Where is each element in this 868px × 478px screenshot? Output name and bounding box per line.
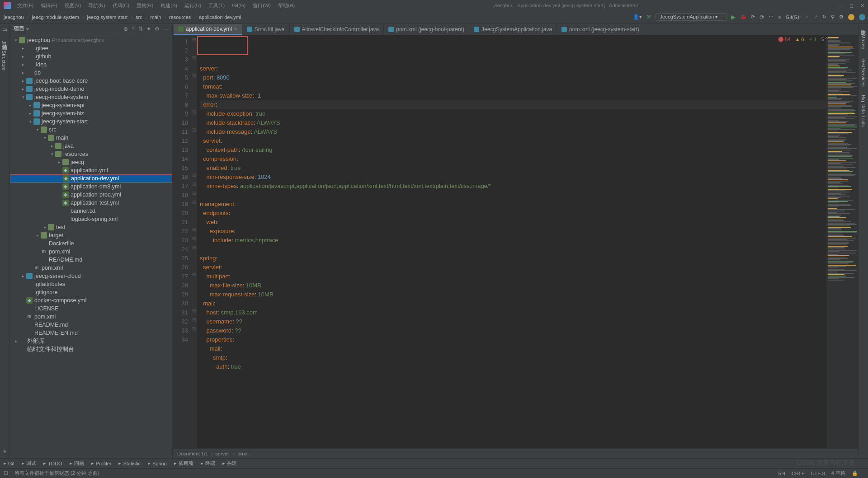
tree-node[interactable]: README.md xyxy=(10,321,172,329)
ide-icon[interactable] xyxy=(859,14,865,20)
profile-icon[interactable]: ◔ xyxy=(760,14,764,20)
tree-node[interactable]: mpom.xml xyxy=(10,264,172,272)
select-opened-icon[interactable]: ⊕ xyxy=(123,26,128,32)
git-commit-icon[interactable]: ↗ xyxy=(814,14,818,20)
tree-node[interactable]: .gitignore xyxy=(10,288,172,296)
tree-node[interactable]: mpom.xml xyxy=(10,248,172,256)
tree-node[interactable]: LICENSE xyxy=(10,305,172,313)
breadcrumb-item[interactable]: main xyxy=(149,14,162,20)
tree-node[interactable]: Dockerfile xyxy=(10,239,172,248)
tree-node[interactable]: ▸jeecg-server-cloud xyxy=(10,272,172,280)
minimize-icon[interactable]: — xyxy=(838,3,843,8)
lock-icon[interactable]: 🔒 xyxy=(852,470,858,476)
tree-node[interactable]: ▾jeecg-module-system xyxy=(10,93,172,101)
tree-node[interactable]: ▾resources xyxy=(10,150,172,158)
menu-item[interactable]: 视图(V) xyxy=(62,2,84,9)
menu-item[interactable]: 编辑(E) xyxy=(38,2,60,9)
fold-gutter[interactable]: ⊟⊟⊟⊟⊟⊟⊟⊟⊟⊟⊟⊟⊟⊟⊟⊟ xyxy=(191,35,197,448)
tree-node[interactable]: ▸target xyxy=(10,231,172,239)
hide-icon[interactable]: — xyxy=(163,26,169,32)
right-tool-tab[interactable]: Big Data Tools xyxy=(861,95,866,127)
left-tool-tab[interactable]: JPA Structure xyxy=(1,41,7,70)
git-push-icon[interactable]: ↻ xyxy=(822,14,826,20)
editor-tab[interactable]: JeecgSystemApplication.java xyxy=(469,24,557,35)
tree-node[interactable]: ▸jeecg xyxy=(10,158,172,166)
tree-node[interactable]: ▸java xyxy=(10,142,172,150)
tree-node[interactable]: ▾src xyxy=(10,126,172,134)
tree-node[interactable]: .gitattributes xyxy=(10,280,172,288)
tree-node[interactable]: ▸test xyxy=(10,223,172,231)
maximize-icon[interactable]: ◻ xyxy=(849,3,854,8)
tree-node[interactable]: ▸.github xyxy=(10,52,172,61)
tree-node[interactable]: ▾jeecghouF:\duanxinces\jeecghou xyxy=(10,36,172,44)
breadcrumb-item[interactable]: application-dev.yml xyxy=(198,14,242,20)
run-config-selector[interactable]: JeecgSystemApplication ▾ xyxy=(656,13,726,21)
collapse-icon[interactable]: ⇅ xyxy=(138,26,143,32)
tool-window-tab[interactable]: ▸调试 xyxy=(22,460,36,467)
run-icon[interactable]: ▶ xyxy=(731,14,736,20)
tree-node[interactable]: ▸jeecg-module-demo xyxy=(10,85,172,93)
panel-settings-icon[interactable]: ✦ xyxy=(146,26,151,32)
line-separator[interactable]: CRLF xyxy=(792,471,805,476)
menu-item[interactable]: Git(G) xyxy=(229,2,248,9)
tool-window-tab[interactable]: ▸Statistic xyxy=(118,460,141,466)
menu-item[interactable]: 工具(T) xyxy=(206,2,227,9)
breadcrumb-item[interactable]: src xyxy=(135,14,143,20)
menu-item[interactable]: 代码(C) xyxy=(110,2,132,9)
settings-icon[interactable]: ⚙ xyxy=(839,14,844,20)
tree-node[interactable]: ▾main xyxy=(10,134,172,142)
tree-node[interactable]: ▸jeecg-system-api xyxy=(10,101,172,109)
git-update-icon[interactable]: ✓ xyxy=(805,14,809,20)
tree-node[interactable]: ◆application-dev.yml xyxy=(10,174,172,183)
tree-node[interactable]: ▸db xyxy=(10,69,172,77)
tree-node[interactable]: ◆application-dm8.yml xyxy=(10,183,172,191)
menu-item[interactable]: 导航(N) xyxy=(85,2,108,9)
favorites-icon[interactable]: ★ xyxy=(2,448,7,455)
breadcrumb[interactable]: jeecghou›jeecg-module-system›jeecg-syste… xyxy=(3,14,633,20)
tree-node[interactable]: logback-spring.xml xyxy=(10,215,172,223)
indent-info[interactable]: 4 空格 xyxy=(831,470,845,477)
user-icon[interactable]: 👤▾ xyxy=(633,14,642,20)
menu-item[interactable]: 运行(U) xyxy=(182,2,204,9)
right-tool-tab[interactable]: RestServices xyxy=(861,57,866,87)
menu-item[interactable]: 构建(B) xyxy=(158,2,180,9)
debug-icon[interactable]: 🐞 xyxy=(740,14,746,20)
breadcrumb-item[interactable]: jeecg-system-start xyxy=(86,14,129,20)
tool-window-tab[interactable]: ▸Spring xyxy=(148,460,167,466)
menu-item[interactable]: 重构(R) xyxy=(134,2,156,9)
inspections-widget[interactable]: ⬤54 ▲6 ✓1 5 ^ ˅ xyxy=(778,36,832,42)
breadcrumb-item[interactable]: jeecghou xyxy=(3,14,25,20)
right-tool-tab[interactable]: Maven xyxy=(861,34,866,49)
tool-window-tab[interactable]: ▸问题 xyxy=(70,460,84,467)
tree-node[interactable]: ▸jeecg-boot-base-core xyxy=(10,77,172,85)
tree-node[interactable]: ▸.gitee xyxy=(10,44,172,52)
project-tool-icon[interactable]: ▭ xyxy=(2,26,7,33)
editor-tab[interactable]: application-dev.yml × xyxy=(174,24,242,35)
avatar-icon[interactable] xyxy=(848,14,854,20)
tree-node[interactable]: banner.txt xyxy=(10,207,172,215)
tree-node[interactable]: ▸外部库 xyxy=(10,337,172,345)
tree-node[interactable]: README-EN.md xyxy=(10,329,172,337)
code-editor[interactable]: server: port: 8090 tomcat: max-swallow-s… xyxy=(197,35,826,448)
stop-icon[interactable]: ■ xyxy=(778,14,781,20)
hammer-icon[interactable]: ⚒ xyxy=(646,14,651,20)
tool-window-tab[interactable]: ▸终端 xyxy=(201,460,215,467)
editor-tab[interactable]: pom.xml (jeecg-system-start) xyxy=(557,24,644,35)
tool-window-tab[interactable]: ▸构建 xyxy=(222,460,237,467)
vcs-status-icon[interactable]: ☐ xyxy=(4,470,8,476)
file-encoding[interactable]: UTF-8 xyxy=(811,471,825,476)
tree-node[interactable]: ◆application-test.yml xyxy=(10,199,172,207)
coverage-icon[interactable]: ⟳ xyxy=(751,14,755,20)
editor-tab[interactable]: AitravelCheckInfoController.java xyxy=(290,24,384,35)
tool-window-tab[interactable]: ▸TODO xyxy=(43,460,62,466)
breadcrumb-item[interactable]: jeecg-module-system xyxy=(31,14,80,20)
expand-icon[interactable]: ≡ xyxy=(132,26,135,32)
tree-node[interactable]: ◆docker-compose.yml xyxy=(10,296,172,305)
search-icon[interactable]: ⚲ xyxy=(831,14,835,20)
tool-window-tab[interactable]: ▸Profiler xyxy=(91,460,112,466)
tree-node[interactable]: ◆application.yml xyxy=(10,166,172,174)
tree-node[interactable]: ▸jeecg-system-biz xyxy=(10,109,172,117)
tree-node[interactable]: ▸.idea xyxy=(10,61,172,69)
line-gutter[interactable]: 1234567891011121314151617181920212223242… xyxy=(173,35,191,448)
caret-position[interactable]: 5:9 xyxy=(778,471,785,476)
